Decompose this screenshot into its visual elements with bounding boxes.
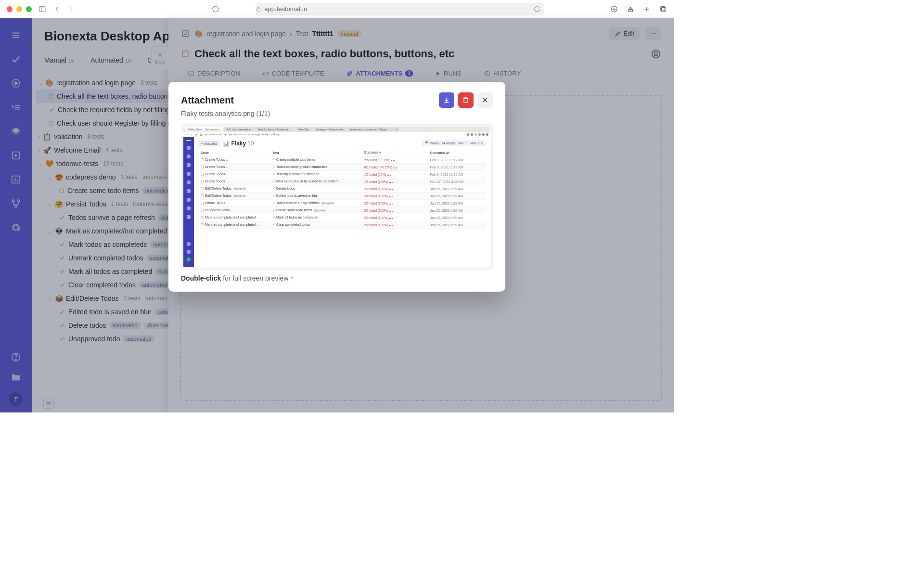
lock-icon: [256, 6, 261, 12]
browser-nav: [38, 5, 75, 13]
flaky-row: ▢Persist Todos ✓Todos survive a page ref…: [199, 200, 486, 207]
traffic-lights: [7, 6, 32, 12]
svg-rect-47: [464, 99, 468, 103]
tabs-icon[interactable]: [659, 5, 667, 13]
flaky-screenshot: Flaky Tests - Testomat.ioAPI documentati…: [183, 127, 490, 267]
new-tab-icon[interactable]: [643, 5, 651, 13]
modal-footer: Double-click for full screen preview ↑: [181, 274, 493, 282]
svg-rect-3: [257, 9, 260, 11]
url-text: app.testomat.io: [264, 5, 307, 13]
flaky-row: ▢Mark as completed/not completed … ✓Mark…: [199, 214, 486, 221]
delete-attachment-button[interactable]: [458, 92, 474, 108]
minimize-window[interactable]: [16, 6, 22, 12]
svg-rect-10: [661, 6, 665, 11]
attachment-modal: Attachment Flaky tests analytics.png (1/…: [168, 82, 505, 292]
svg-rect-0: [39, 6, 45, 12]
privacy-shield-icon[interactable]: [212, 5, 219, 13]
flaky-row: ▢Create Todos … ✓New todos should be add…: [199, 178, 486, 185]
browser-right-controls: [610, 5, 667, 13]
flaky-row: ▢Edit/Delete Todos@step-06 ✓Edited todo …: [199, 193, 486, 200]
reload-icon[interactable]: [534, 6, 540, 13]
close-window[interactable]: [7, 6, 13, 12]
flaky-row: ▢Create Todos … ✓Todos containing weird …: [199, 164, 486, 171]
svg-rect-9: [662, 7, 666, 12]
forward-icon[interactable]: [67, 5, 75, 13]
flaky-row: ▢Mark as completed/not completed … ✓Clea…: [199, 221, 486, 229]
share-icon[interactable]: [627, 5, 634, 13]
flaky-row: ▢Create Todos … ✓Text input should be tr…: [199, 171, 486, 178]
analytics-back: « Analytics: [199, 141, 219, 146]
attachment-filename: Flaky tests analytics.png (1/1): [181, 110, 493, 117]
modal-title: Attachment: [181, 95, 234, 106]
attachment-preview[interactable]: Flaky Tests - Testomat.ioAPI documentati…: [181, 124, 493, 270]
flaky-row: ▢codepress demo ✓Create some todo items@…: [199, 207, 486, 214]
flaky-row: ▢Edit/Delete Todos@step-06 ✓Delete todos…: [199, 185, 486, 193]
url-bar[interactable]: app.testomat.io: [256, 3, 544, 15]
flaky-table: Suite Test Statuses ▾ Executed At ▢Creat…: [199, 149, 486, 229]
browser-chrome: app.testomat.io: [0, 0, 674, 18]
sidebar-toggle-icon[interactable]: [38, 5, 46, 13]
download-attachment-button[interactable]: [439, 92, 454, 108]
download-icon[interactable]: [610, 5, 618, 13]
close-modal-button[interactable]: [477, 92, 493, 108]
back-icon[interactable]: [53, 5, 61, 13]
maximize-window[interactable]: [26, 6, 32, 12]
flaky-row: ▢Create Todos … ✓Create multiple todo it…: [199, 156, 486, 164]
